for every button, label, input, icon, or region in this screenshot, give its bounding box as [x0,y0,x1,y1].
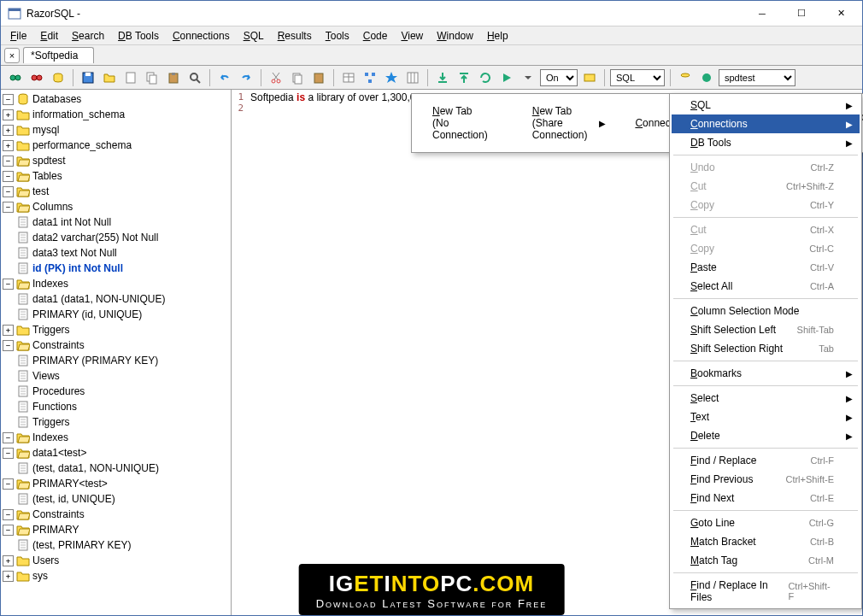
refresh-icon[interactable] [476,68,495,87]
menu-window[interactable]: Window [431,28,479,44]
menu-item[interactable]: New Tab (Share Connection)▶ [514,96,613,150]
copy-icon[interactable] [143,68,161,87]
menu-item[interactable]: Select▶ [672,389,860,408]
disconnect-icon[interactable] [27,68,46,87]
copy2-icon[interactable] [288,68,307,87]
menu-item[interactable]: Goto LineCtrl-G [672,513,860,532]
tree-item[interactable]: (test, PRIMARY KEY) [3,537,229,553]
tree-item[interactable]: −Indexes [3,276,229,291]
tree-item[interactable]: +performance_schema [3,138,229,153]
menu-search[interactable]: Search [66,28,110,44]
new-icon[interactable] [121,68,140,87]
menu-item[interactable]: Match TagCtrl-M [672,551,860,570]
menu-item[interactable]: Connections▶ [672,114,860,133]
menu-dbtools[interactable]: DB Tools [112,28,165,44]
conn-icon[interactable] [676,68,695,87]
menu-item[interactable]: Find / ReplaceCtrl-F [672,451,860,470]
open-icon[interactable] [100,68,119,87]
tree-item[interactable]: Procedures [3,384,229,399]
table-icon[interactable] [339,68,358,87]
menu-item[interactable]: Text▶ [672,408,860,426]
menu-item[interactable]: Select AllCtrl-A [672,277,860,296]
tree-item[interactable]: −PRIMARY [3,522,229,537]
tree-item[interactable]: (test, id, UNIQUE) [3,491,229,507]
redo-icon[interactable] [237,68,255,87]
tree-item[interactable]: +sys [3,568,229,584]
tree-root[interactable]: −Databases [3,91,229,107]
lang-combo[interactable]: SQL [610,69,665,86]
status-icon[interactable] [697,68,716,87]
menu-item[interactable]: Column Selection Mode [672,302,860,320]
tree-item[interactable]: data1 int Not Null [3,214,229,230]
menu-results[interactable]: Results [272,28,318,44]
paste2-icon[interactable] [309,68,328,87]
export-icon[interactable] [433,68,452,87]
tree-item[interactable]: PRIMARY (PRIMARY KEY) [3,353,229,368]
close-tab-icon[interactable]: × [4,48,20,63]
menu-edit[interactable]: Edit [34,28,64,44]
menu-item[interactable]: DB Tools▶ [672,133,860,152]
menu-item[interactable]: Delete▶ [672,426,860,445]
commit-icon[interactable] [580,68,599,87]
menu-item[interactable]: Find PreviousCtrl+Shift-E [672,470,860,489]
tree-item[interactable]: −Constraints [3,507,229,522]
menu-item[interactable]: PasteCtrl-V [672,258,860,277]
database-combo[interactable]: spdtest [719,69,795,86]
tree-item[interactable]: data2 varchar(255) Not Null [3,230,229,245]
tree-icon[interactable] [361,68,379,87]
tree-item[interactable]: −test [3,184,229,199]
editor-tab[interactable]: *Softpedia [23,47,94,63]
commit-combo[interactable]: On [540,69,578,86]
find-icon[interactable] [185,68,204,87]
menu-item[interactable]: New Tab (No Connection) [414,96,514,150]
menu-code[interactable]: Code [357,28,394,44]
tree-item[interactable]: −spdtest [3,153,229,168]
tree-item[interactable]: Functions [3,399,229,414]
connect-icon[interactable] [6,68,25,87]
tree-item[interactable]: −PRIMARY<test> [3,476,229,491]
menu-item[interactable]: Bookmarks▶ [672,364,860,383]
tree-item[interactable]: +Users [3,553,229,568]
tree-item[interactable]: Triggers [3,414,229,430]
close-button[interactable]: ✕ [821,2,860,26]
maximize-button[interactable]: ☐ [782,2,821,26]
menu-tools[interactable]: Tools [320,28,355,44]
tree-item[interactable]: data1 (data1, NON-UNIQUE) [3,291,229,307]
menu-item[interactable]: Find NextCtrl-E [672,489,860,507]
paste-icon[interactable] [164,68,183,87]
menu-help[interactable]: Help [481,28,514,44]
undo-icon[interactable] [215,68,234,87]
tree-item[interactable]: −Columns [3,199,229,214]
tree-item[interactable]: −Constraints [3,337,229,353]
dropdown-icon[interactable] [519,68,537,87]
menu-connections[interactable]: Connections [167,28,236,44]
svg-point-17 [277,79,280,83]
import-icon[interactable] [455,68,473,87]
menu-item[interactable]: Shift Selection LeftShift-Tab [672,320,860,339]
tree-item[interactable]: PRIMARY (id, UNIQUE) [3,307,229,322]
menu-item[interactable]: Shift Selection RightTab [672,339,860,358]
menu-sql[interactable]: SQL [238,28,270,44]
cut-icon[interactable] [267,68,285,87]
tree-item[interactable]: +information_schema [3,107,229,122]
tree-item[interactable]: Views [3,368,229,384]
tree-item[interactable]: +Triggers [3,322,229,337]
tree-item[interactable]: +mysql [3,122,229,138]
run-icon[interactable] [497,68,516,87]
menu-item[interactable]: Match BracketCtrl-B [672,532,860,551]
menu-view[interactable]: View [395,28,429,44]
tree-item[interactable]: −Indexes [3,430,229,445]
menu-file[interactable]: File [4,28,32,44]
tree-item[interactable]: data3 text Not Null [3,245,229,261]
menu-item[interactable]: SQL▶ [672,96,860,114]
grid-icon[interactable] [403,68,422,87]
minimize-button[interactable]: ─ [743,2,782,26]
menu-item[interactable]: Find / Replace In FilesCtrl+Shift-F [672,576,860,607]
tree-item[interactable]: −data1<test> [3,445,229,461]
tree-item[interactable]: id (PK) int Not Null [3,261,229,276]
tree-item[interactable]: −Tables [3,168,229,184]
tree-item[interactable]: (test, data1, NON-UNIQUE) [3,461,229,476]
star-icon[interactable] [382,68,401,87]
db-icon[interactable] [49,68,68,87]
save-icon[interactable] [79,68,97,87]
